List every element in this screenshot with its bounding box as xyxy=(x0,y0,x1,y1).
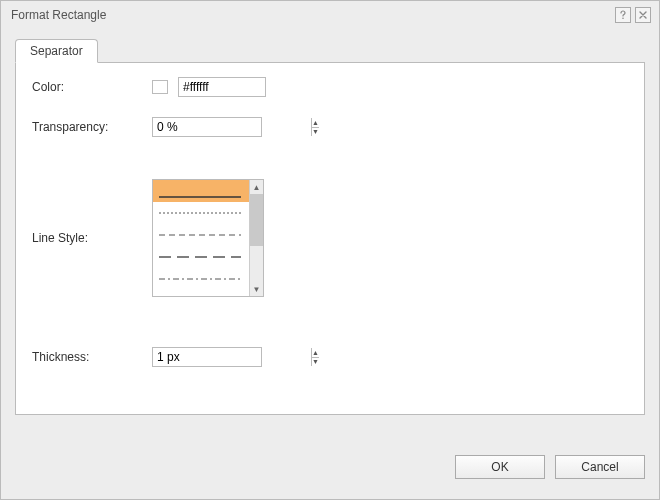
line-style-scrollbar[interactable]: ▲ ▼ xyxy=(249,180,263,296)
line-style-dash-dot[interactable] xyxy=(153,268,249,290)
transparency-spinner: ▲ ▼ xyxy=(311,118,319,136)
line-style-dashed-short[interactable] xyxy=(153,224,249,246)
scroll-track[interactable] xyxy=(250,246,263,282)
ok-button[interactable]: OK xyxy=(455,455,545,479)
line-style-label: Line Style: xyxy=(32,231,142,245)
help-icon xyxy=(618,10,628,20)
help-button[interactable] xyxy=(615,7,631,23)
thickness-spinbox[interactable]: ▲ ▼ xyxy=(152,347,262,367)
transparency-input[interactable] xyxy=(153,118,311,136)
scroll-thumb[interactable] xyxy=(250,194,263,246)
title-bar: Format Rectangle xyxy=(1,1,659,29)
svg-point-0 xyxy=(622,17,624,19)
thickness-down[interactable]: ▼ xyxy=(312,358,319,367)
thickness-input[interactable] xyxy=(153,348,311,366)
transparency-down[interactable]: ▼ xyxy=(312,128,319,137)
line-style-listbox[interactable]: ▲ ▼ xyxy=(152,179,264,297)
line-style-dotted-fine[interactable] xyxy=(153,202,249,224)
line-style-dashed-long[interactable] xyxy=(153,246,249,268)
thickness-up[interactable]: ▲ xyxy=(312,348,319,358)
color-row: Color: xyxy=(32,77,628,97)
thickness-label: Thickness: xyxy=(32,350,142,364)
window-controls xyxy=(615,7,651,23)
color-hex-input[interactable] xyxy=(178,77,266,97)
thickness-spinner: ▲ ▼ xyxy=(311,348,319,366)
tab-separator[interactable]: Separator xyxy=(15,39,98,63)
scroll-down-icon[interactable]: ▼ xyxy=(250,282,263,296)
transparency-label: Transparency: xyxy=(32,120,142,134)
transparency-up[interactable]: ▲ xyxy=(312,118,319,128)
tab-strip: Separator xyxy=(15,39,645,63)
line-style-row: Line Style: xyxy=(32,179,628,297)
line-style-options xyxy=(153,180,249,296)
transparency-row: Transparency: ▲ ▼ xyxy=(32,117,628,137)
close-icon xyxy=(638,10,648,20)
thickness-row: Thickness: ▲ ▼ xyxy=(32,347,628,367)
format-rectangle-dialog: Format Rectangle Separator Color: xyxy=(0,0,660,500)
color-swatch[interactable] xyxy=(152,80,168,94)
transparency-spinbox[interactable]: ▲ ▼ xyxy=(152,117,262,137)
cancel-button[interactable]: Cancel xyxy=(555,455,645,479)
close-button[interactable] xyxy=(635,7,651,23)
line-style-solid[interactable] xyxy=(153,180,249,202)
scroll-up-icon[interactable]: ▲ xyxy=(250,180,263,194)
dialog-footer: OK Cancel xyxy=(455,455,645,479)
dialog-title: Format Rectangle xyxy=(11,1,615,29)
color-label: Color: xyxy=(32,80,142,94)
separator-panel: Color: Transparency: ▲ ▼ Line Style: xyxy=(15,62,645,415)
